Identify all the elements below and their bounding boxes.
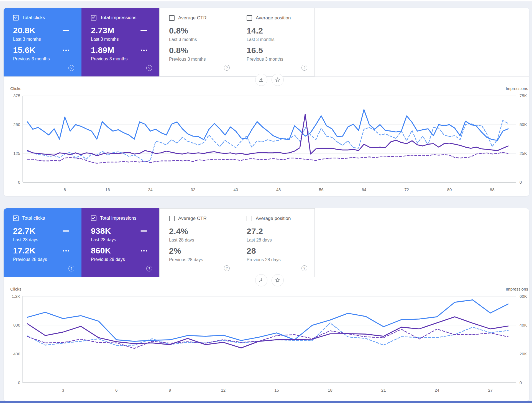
x-axis-tick: 32 <box>191 187 195 192</box>
x-axis-tick: 12 <box>221 388 226 392</box>
current-value-row: 938K <box>91 226 159 236</box>
star-icon <box>275 278 280 283</box>
card-title-row: Average position <box>247 216 314 221</box>
metric-card-average-ctr[interactable]: Average CTR 0.8% Last 3 months 0.8% Prev… <box>159 8 237 76</box>
current-period-label: Last 3 months <box>91 37 159 42</box>
y-axis-right-tick: 40K <box>520 323 527 327</box>
series-line-left-dashed <box>27 120 508 162</box>
x-axis-tick: 9 <box>169 388 171 392</box>
series-line-right-solid <box>27 114 508 156</box>
y-axis-left-tick: 250 <box>13 122 20 127</box>
current-value-row: 22.7K <box>13 226 81 236</box>
card-title: Total impressions <box>100 15 136 20</box>
metric-card-average-position[interactable]: Average position 14.2 Last 3 months 16.5… <box>237 8 315 76</box>
previous-period-label: Previous 28 days <box>247 257 314 262</box>
x-axis-tick: 16 <box>105 187 110 192</box>
previous-value-row: 1.89M <box>91 45 159 55</box>
checkbox-unchecked-icon[interactable] <box>247 15 252 21</box>
current-value: 20.8K <box>13 26 35 35</box>
performance-chart-3-months[interactable]: 375250125075K50K25K0ClicksImpressions816… <box>4 87 529 195</box>
y-axis-left-tick: 375 <box>13 93 20 98</box>
checkbox-unchecked-icon[interactable] <box>169 216 175 221</box>
x-axis-tick: 3 <box>62 388 64 392</box>
x-axis-tick: 8 <box>64 187 66 192</box>
help-icon[interactable]: ? <box>224 265 230 271</box>
metric-card-total-clicks[interactable]: Total clicks 22.7K Last 28 days 17.2K Pr… <box>4 208 81 277</box>
current-value: 27.2 <box>247 227 263 236</box>
y-axis-left-tick: 0 <box>18 380 20 385</box>
help-icon[interactable]: ? <box>146 266 152 271</box>
metric-card-total-impressions[interactable]: Total impressions 2.73M Last 3 months 1.… <box>81 8 159 76</box>
previous-value-row: 28 <box>247 246 314 256</box>
y-axis-right-tick: 25K <box>520 151 527 156</box>
card-title: Average CTR <box>178 15 207 21</box>
y-axis-right-tick: 60K <box>520 294 527 299</box>
card-title: Total impressions <box>100 215 136 221</box>
card-title-row: Total clicks <box>13 215 81 221</box>
x-axis-tick: 24 <box>148 187 153 192</box>
left-axis-title: Clicks <box>10 87 21 91</box>
x-axis-tick: 21 <box>381 388 386 392</box>
previous-value: 1.89M <box>91 45 114 55</box>
help-icon[interactable]: ? <box>224 65 230 71</box>
metric-card-total-clicks[interactable]: Total clicks 20.8K Last 3 months 15.6K P… <box>4 8 81 76</box>
x-axis-tick: 18 <box>328 388 332 392</box>
metric-card-average-position[interactable]: Average position 27.2 Last 28 days 28 Pr… <box>237 208 315 277</box>
checkbox-checked-icon[interactable] <box>91 15 96 20</box>
current-value: 22.7K <box>13 226 35 236</box>
solid-line-legend-icon <box>140 230 147 232</box>
download-icon <box>259 77 264 83</box>
y-axis-left-tick: 1.2K <box>12 294 20 299</box>
x-axis-tick: 24 <box>435 388 439 392</box>
bookmark-star-button[interactable] <box>272 274 284 286</box>
help-icon[interactable]: ? <box>68 65 74 71</box>
previous-value: 15.6K <box>13 45 35 55</box>
previous-period-label: Previous 3 months <box>247 57 314 62</box>
x-axis-tick: 64 <box>362 187 366 192</box>
previous-period-label: Previous 28 days <box>169 257 237 262</box>
previous-value: 0.8% <box>169 46 188 55</box>
checkbox-checked-icon[interactable] <box>13 215 19 221</box>
help-icon[interactable]: ? <box>146 65 152 71</box>
metric-card-average-ctr[interactable]: Average CTR 2.4% Last 28 days 2% Previou… <box>159 208 237 277</box>
bookmark-star-button[interactable] <box>272 74 284 86</box>
x-axis-tick: 15 <box>274 388 279 392</box>
performance-panel-28-days: Total clicks 22.7K Last 28 days 17.2K Pr… <box>4 208 529 401</box>
current-value-row: 0.8% <box>169 26 237 35</box>
previous-period-label: Previous 3 months <box>13 57 81 61</box>
current-value: 0.8% <box>169 26 188 35</box>
top-edge-strip <box>0 0 532 1</box>
x-axis-tick: 80 <box>447 187 452 192</box>
chart-actions <box>255 74 284 86</box>
current-period-label: Last 28 days <box>13 237 81 242</box>
series-line-right-dashed <box>27 152 508 163</box>
left-axis-title: Clicks <box>10 287 21 291</box>
current-value-row: 14.2 <box>247 26 314 35</box>
y-axis-left-tick: 0 <box>18 180 20 184</box>
help-icon[interactable]: ? <box>301 65 307 71</box>
checkbox-checked-icon[interactable] <box>91 215 96 221</box>
checkbox-unchecked-icon[interactable] <box>247 216 252 221</box>
previous-value-row: 17.2K <box>13 246 81 255</box>
card-title-row: Total clicks <box>13 15 81 20</box>
export-download-button[interactable] <box>255 274 267 286</box>
export-download-button[interactable] <box>255 74 267 86</box>
help-icon[interactable]: ? <box>68 266 74 271</box>
performance-panel-3-months: Total clicks 20.8K Last 3 months 15.6K P… <box>4 8 529 196</box>
previous-value-row: 16.5 <box>247 46 314 55</box>
help-icon[interactable]: ? <box>301 265 307 271</box>
dashed-line-legend-icon <box>63 250 69 251</box>
checkbox-checked-icon[interactable] <box>13 15 19 20</box>
solid-line-legend-icon <box>63 30 69 31</box>
previous-value: 2% <box>169 246 181 256</box>
metric-card-total-impressions[interactable]: Total impressions 938K Last 28 days 860K… <box>81 208 159 277</box>
previous-value-row: 860K <box>91 246 159 255</box>
solid-line-legend-icon <box>63 230 69 232</box>
right-axis-title: Impressions <box>506 87 528 91</box>
y-axis-left-tick: 125 <box>13 151 20 156</box>
performance-chart-28-days[interactable]: 1.2K800400060K40K20K0ClicksImpressions36… <box>4 287 529 395</box>
checkbox-unchecked-icon[interactable] <box>169 15 175 21</box>
previous-value: 860K <box>91 246 111 255</box>
current-value-row: 2.4% <box>169 227 237 236</box>
x-axis-tick: 72 <box>404 187 409 192</box>
